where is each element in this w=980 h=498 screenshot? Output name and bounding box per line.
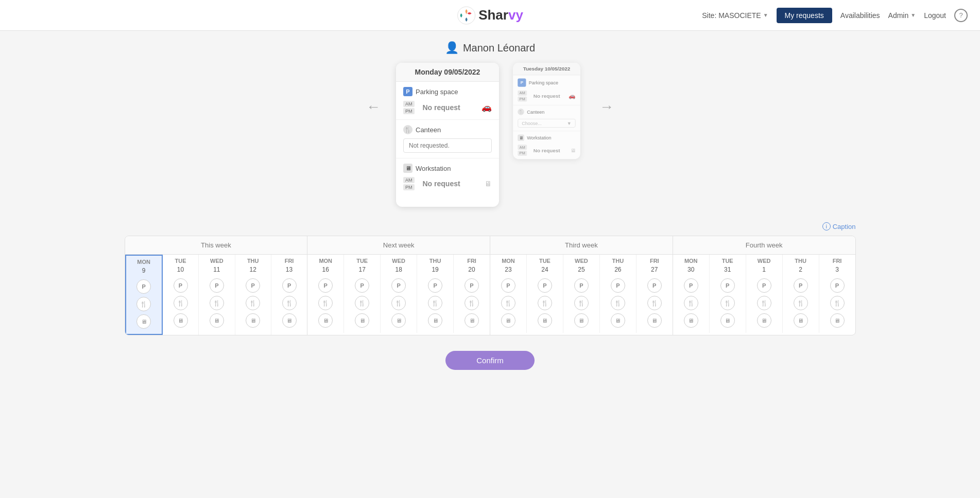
calendar-workstation-icon[interactable]: 🖥 [282, 313, 297, 328]
calendar-parking-icon[interactable]: P [355, 278, 369, 293]
calendar-workstation-icon[interactable]: 🖥 [720, 313, 735, 328]
calendar-workstation-icon[interactable]: 🖥 [757, 313, 771, 328]
calendar-canteen-icon[interactable]: 🍴 [210, 296, 224, 310]
calendar-canteen-icon[interactable]: 🍴 [574, 296, 589, 310]
car-icon: 🚗 [482, 102, 492, 112]
day-col-0-3[interactable]: THU12P🍴🖥 [235, 255, 271, 335]
admin-menu[interactable]: Admin ▼ [888, 11, 916, 20]
day-col-2-3[interactable]: THU26P🍴🖥 [600, 255, 637, 333]
calendar-parking-icon[interactable]: P [210, 278, 224, 293]
calendar-parking-icon[interactable]: P [757, 278, 771, 293]
day-col-0-1[interactable]: TUE10P🍴🖥 [163, 255, 199, 335]
calendar-parking-icon[interactable]: P [282, 278, 297, 293]
day-col-1-4[interactable]: FRI20P🍴🖥 [454, 255, 490, 333]
calendar-parking-icon[interactable]: P [574, 278, 589, 293]
calendar-workstation-icon[interactable]: 🖥 [391, 313, 406, 328]
calendar-parking-icon[interactable]: P [794, 278, 808, 293]
calendar-parking-icon[interactable]: P [136, 279, 151, 294]
calendar-canteen-icon[interactable]: 🍴 [794, 296, 808, 310]
calendar-workstation-icon[interactable]: 🖥 [647, 313, 662, 328]
day-col-0-2[interactable]: WED11P🍴🖥 [199, 255, 235, 335]
calendar-parking-icon[interactable]: P [538, 278, 552, 293]
sec-canteen-dropdown[interactable]: Choose... ▼ [518, 119, 576, 128]
calendar-canteen-icon[interactable]: 🍴 [391, 296, 406, 310]
logout-link[interactable]: Logout [924, 11, 946, 20]
calendar-parking-icon[interactable]: P [246, 278, 260, 293]
help-button[interactable]: ? [954, 9, 968, 22]
day-col-2-0[interactable]: MON23P🍴🖥 [490, 255, 527, 333]
prev-day-arrow[interactable]: ← [361, 94, 386, 120]
day-col-3-4[interactable]: FRI3P🍴🖥 [819, 255, 855, 333]
calendar-workstation-icon[interactable]: 🖥 [210, 313, 224, 328]
day-col-1-3[interactable]: THU19P🍴🖥 [417, 255, 454, 333]
calendar-parking-icon[interactable]: P [465, 278, 479, 293]
calendar-canteen-icon[interactable]: 🍴 [355, 296, 369, 310]
monitor-icon: 🖥 [485, 180, 492, 188]
site-chevron-icon: ▼ [763, 12, 768, 18]
calendar-canteen-icon[interactable]: 🍴 [501, 296, 515, 310]
day-col-3-3[interactable]: THU2P🍴🖥 [783, 255, 819, 333]
calendar-workstation-icon[interactable]: 🖥 [574, 313, 589, 328]
day-col-3-1[interactable]: TUE31P🍴🖥 [710, 255, 746, 333]
calendar-canteen-icon[interactable]: 🍴 [465, 296, 479, 310]
logo-text: Sharvy [478, 7, 523, 23]
day-col-2-1[interactable]: TUE24P🍴🖥 [527, 255, 563, 333]
my-requests-button[interactable]: My requests [777, 8, 832, 23]
calendar-parking-icon[interactable]: P [174, 278, 188, 293]
day-col-1-2[interactable]: WED18P🍴🖥 [381, 255, 417, 333]
next-day-arrow[interactable]: → [594, 94, 619, 120]
calendar-workstation-icon[interactable]: 🖥 [136, 314, 151, 329]
calendar-canteen-icon[interactable]: 🍴 [136, 297, 151, 311]
calendar-canteen-icon[interactable]: 🍴 [246, 296, 260, 310]
day-icons: P🍴🖥 [199, 276, 234, 333]
day-col-2-2[interactable]: WED25P🍴🖥 [563, 255, 600, 333]
calendar-canteen-icon[interactable]: 🍴 [684, 296, 698, 310]
calendar-parking-icon[interactable]: P [647, 278, 662, 293]
calendar-canteen-icon[interactable]: 🍴 [318, 296, 333, 310]
day-col-3-0[interactable]: MON30P🍴🖥 [673, 255, 710, 333]
calendar-workstation-icon[interactable]: 🖥 [611, 313, 625, 328]
day-col-0-4[interactable]: FRI13P🍴🖥 [271, 255, 307, 335]
caption-link[interactable]: i Caption [125, 222, 856, 230]
calendar-canteen-icon[interactable]: 🍴 [428, 296, 442, 310]
calendar-parking-icon[interactable]: P [720, 278, 735, 293]
sec-canteen-section: 🍴 Canteen Choose... ▼ [513, 105, 580, 131]
calendar-parking-icon[interactable]: P [611, 278, 625, 293]
calendar-canteen-icon[interactable]: 🍴 [647, 296, 662, 310]
day-col-2-4[interactable]: FRI27P🍴🖥 [637, 255, 673, 333]
calendar-workstation-icon[interactable]: 🖥 [501, 313, 515, 328]
day-col-3-2[interactable]: WED1P🍴🖥 [746, 255, 783, 333]
calendar-workstation-icon[interactable]: 🖥 [465, 313, 479, 328]
calendar-workstation-icon[interactable]: 🖥 [830, 313, 845, 328]
day-num: 17 [344, 265, 380, 276]
calendar-canteen-icon[interactable]: 🍴 [830, 296, 845, 310]
calendar-parking-icon[interactable]: P [501, 278, 515, 293]
calendar-workstation-icon[interactable]: 🖥 [174, 313, 188, 328]
availabilities-link[interactable]: Availabilities [840, 11, 880, 20]
day-col-0-0[interactable]: MON9P🍴🖥 [125, 255, 163, 335]
calendar-parking-icon[interactable]: P [391, 278, 406, 293]
header: Sharvy Site: MASOCIETE ▼ My requests Ava… [0, 0, 980, 31]
calendar-parking-icon[interactable]: P [830, 278, 845, 293]
calendar-canteen-icon[interactable]: 🍴 [538, 296, 552, 310]
calendar-workstation-icon[interactable]: 🖥 [355, 313, 369, 328]
calendar-canteen-icon[interactable]: 🍴 [720, 296, 735, 310]
site-selector[interactable]: Site: MASOCIETE ▼ [702, 11, 768, 20]
calendar-canteen-icon[interactable]: 🍴 [282, 296, 297, 310]
calendar-workstation-icon[interactable]: 🖥 [684, 313, 698, 328]
calendar-canteen-icon[interactable]: 🍴 [757, 296, 771, 310]
calendar-parking-icon[interactable]: P [428, 278, 442, 293]
calendar-workstation-icon[interactable]: 🖥 [428, 313, 442, 328]
calendar-canteen-icon[interactable]: 🍴 [174, 296, 188, 310]
calendar-workstation-icon[interactable]: 🖥 [794, 313, 808, 328]
calendar-parking-icon[interactable]: P [684, 278, 698, 293]
canteen-input[interactable] [403, 138, 492, 153]
calendar-canteen-icon[interactable]: 🍴 [611, 296, 625, 310]
day-col-1-0[interactable]: MON16P🍴🖥 [307, 255, 344, 333]
calendar-workstation-icon[interactable]: 🖥 [538, 313, 552, 328]
confirm-button[interactable]: Confirm [445, 351, 535, 370]
day-col-1-1[interactable]: TUE17P🍴🖥 [344, 255, 381, 333]
calendar-parking-icon[interactable]: P [318, 278, 333, 293]
calendar-workstation-icon[interactable]: 🖥 [246, 313, 260, 328]
calendar-workstation-icon[interactable]: 🖥 [318, 313, 333, 328]
